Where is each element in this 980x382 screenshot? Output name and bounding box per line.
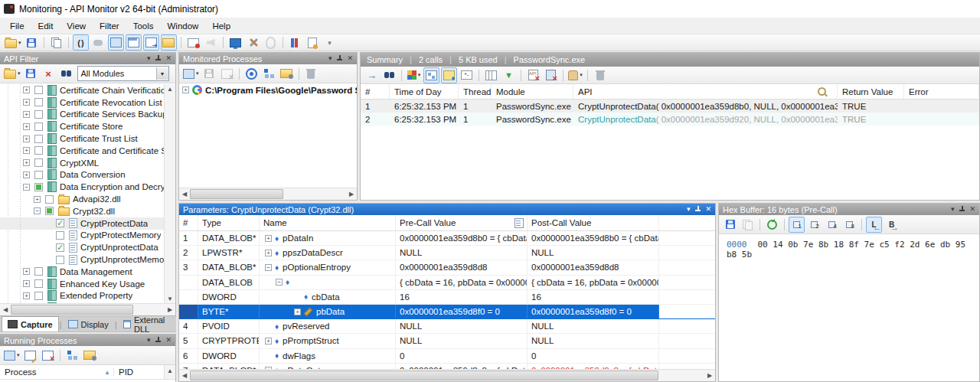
checkbox-off[interactable] — [45, 195, 54, 204]
column-process[interactable]: Process ▲ — [0, 367, 113, 377]
dropdown-chevron-icon[interactable]: ▾ — [580, 72, 583, 78]
checkbox-off[interactable] — [34, 146, 43, 155]
tab-external-dll[interactable]: External DLL — [118, 317, 176, 331]
expand-icon[interactable]: + — [182, 87, 189, 93]
menu-item-tools[interactable]: Tools — [126, 19, 161, 33]
expand-icon[interactable]: + — [23, 87, 30, 93]
save-button[interactable] — [201, 66, 217, 82]
tree-item-cryptprotectmemory[interactable]: CryptProtectMemory — [0, 230, 165, 242]
expand-icon[interactable]: + — [23, 111, 30, 118]
checkbox-off[interactable] — [56, 231, 64, 240]
delwin-button[interactable] — [40, 348, 56, 364]
target-button[interactable] — [243, 66, 260, 82]
menu-chevron-icon[interactable]: ▾ — [951, 206, 955, 213]
sound-button[interactable] — [203, 34, 219, 51]
g4-button[interactable] — [824, 217, 840, 233]
parameter-row-ppszdatadescr[interactable]: 2LPWSTR*+♦ppszDataDescrNULLNULL — [179, 246, 715, 260]
menu-item-filter[interactable]: Filter — [93, 19, 126, 33]
close-icon[interactable]: ✕ — [165, 55, 172, 62]
tree-item-crypt32-dll[interactable]: −Crypt32.dll — [0, 205, 165, 217]
tree-item-cryptxml[interactable]: +CryptXML — [0, 157, 165, 169]
find-button[interactable] — [381, 67, 397, 83]
close-icon[interactable]: ✕ — [165, 337, 172, 344]
dropdown-chevron-icon[interactable]: ▾ — [18, 70, 21, 77]
redx-button[interactable] — [41, 66, 57, 82]
lend-button[interactable] — [866, 217, 882, 233]
tree-item-extended-property[interactable]: +Extended Property — [0, 290, 165, 302]
checkbox-off[interactable] — [34, 279, 43, 288]
expand-icon[interactable]: + — [294, 309, 301, 315]
save-button[interactable] — [23, 66, 39, 82]
parameter-row-pbdata[interactable]: BYTE*+pbData0x0000001ea359d8f0 = 00x0000… — [179, 305, 715, 319]
g8-button[interactable] — [841, 217, 858, 233]
search-icon[interactable] — [818, 87, 826, 96]
running-vscroll-up-icon[interactable]: ▲ — [164, 365, 175, 379]
modx-button[interactable] — [543, 67, 559, 83]
hscroll-thumb[interactable] — [190, 371, 658, 380]
scroll-up-icon[interactable]: ▲ — [165, 84, 175, 94]
proctree-button[interactable] — [64, 348, 80, 364]
close-icon[interactable]: ✕ — [969, 206, 975, 213]
expand-icon[interactable]: + — [23, 159, 30, 166]
expand-icon[interactable]: + — [23, 280, 30, 287]
tree-item-certificate-store[interactable]: +Certificate Store — [0, 120, 165, 132]
tree-item-certificate-and-certificate-sto[interactable]: +Certificate and Certificate Sto — [0, 145, 165, 157]
column-module[interactable]: Module — [492, 84, 573, 99]
tree-item-cryptunprotectmemo[interactable]: CryptUnprotectMemo — [0, 253, 165, 266]
checkbox-off[interactable] — [56, 256, 64, 264]
expand-icon[interactable]: + — [265, 235, 272, 242]
copy-button[interactable] — [48, 34, 64, 51]
win-button[interactable] — [126, 34, 142, 51]
parameter-row-dwflags[interactable]: 6DWORD♦dwFlags00 — [179, 349, 715, 364]
scroll-left-icon[interactable]: ◀ — [179, 191, 190, 198]
menu-item-window[interactable]: Window — [161, 19, 206, 33]
monitored-hscrollbar[interactable]: ◀ ▶ — [179, 188, 357, 200]
trash-button[interactable] — [303, 66, 319, 82]
hscroll-thumb[interactable] — [11, 305, 133, 315]
parameters-hscrollbar[interactable]: ◀ ▶ — [179, 369, 715, 381]
tree-item-data-conversion[interactable]: +Data Conversion — [0, 169, 165, 181]
expand-icon[interactable]: + — [265, 250, 272, 256]
go-button[interactable] — [364, 67, 380, 83]
tree-item-cryptprotectdata[interactable]: CryptProtectData — [0, 217, 165, 230]
finger-button[interactable] — [263, 34, 279, 51]
tree-item-data-management[interactable]: +Data Management — [0, 266, 165, 278]
param-column-post-call-value[interactable]: Post-Call Value — [528, 215, 659, 230]
pin-icon[interactable] — [337, 55, 342, 62]
expand-icon[interactable]: + — [23, 123, 30, 130]
expand-icon[interactable]: + — [34, 196, 41, 203]
tab-display[interactable]: Display — [63, 317, 114, 331]
column-time-of-day[interactable]: Time of Day — [390, 84, 459, 99]
proctree-button[interactable] — [261, 66, 277, 82]
column-api[interactable]: API — [573, 84, 838, 99]
calltree-button[interactable] — [423, 67, 439, 83]
api-call-row-1[interactable]: 16:25:32.153 PM1PasswordSync.exeCryptUnp… — [361, 100, 979, 113]
column-error[interactable]: Error — [904, 84, 979, 99]
dropdown-chevron-icon[interactable]: ▾ — [17, 352, 20, 358]
menu-chevron-icon[interactable]: ▾ — [147, 337, 151, 344]
param-column--[interactable]: # — [179, 215, 198, 230]
scroll-right-icon[interactable]: ▶ — [165, 306, 175, 313]
save-button[interactable] — [24, 34, 40, 51]
collapse-icon[interactable]: − — [276, 279, 283, 286]
checkbox-off[interactable] — [34, 135, 43, 143]
pin-icon[interactable] — [959, 206, 965, 213]
dropdown-chevron-icon[interactable]: ▾ — [196, 70, 199, 77]
props-button[interactable] — [82, 348, 98, 364]
tab-capture[interactable]: Capture — [2, 316, 59, 331]
trash-button[interactable] — [592, 67, 608, 83]
menu-chevron-icon[interactable]: ▾ — [687, 206, 691, 213]
library-button[interactable] — [287, 34, 303, 51]
scroll-right-icon[interactable]: ▶ — [346, 191, 357, 198]
column-pid[interactable]: PID — [113, 367, 153, 377]
decode-button[interactable] — [441, 67, 457, 83]
expand-icon[interactable]: + — [23, 147, 30, 154]
expand-icon[interactable]: + — [23, 292, 30, 299]
helpdoc-button[interactable] — [305, 34, 321, 51]
refresh-button[interactable] — [764, 217, 780, 233]
api-tree-vscrollbar[interactable]: ▲ ▼ — [164, 84, 175, 304]
dropdown-chevron-icon[interactable]: ▾ — [418, 72, 421, 78]
checkbox-on[interactable] — [56, 243, 64, 252]
scroll-left-icon[interactable]: ◀ — [179, 372, 190, 379]
pin-icon[interactable] — [155, 337, 161, 344]
